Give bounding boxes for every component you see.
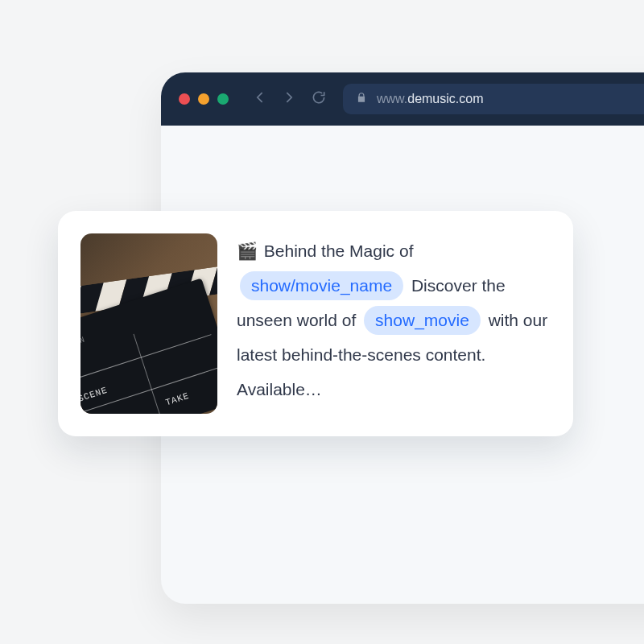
- forward-icon[interactable]: [280, 89, 296, 109]
- clapper-emoji-icon: 🎬: [237, 242, 258, 260]
- text-fragment-1: Behind the Magic of: [264, 242, 414, 260]
- lock-icon: [356, 91, 367, 107]
- nav-buttons: [253, 89, 327, 109]
- close-window-dot[interactable]: [179, 93, 190, 105]
- address-bar[interactable]: www.demusic.com: [343, 84, 644, 114]
- browser-chrome: www.demusic.com: [161, 72, 644, 126]
- url-text: www.demusic.com: [377, 92, 483, 106]
- back-icon[interactable]: [253, 89, 269, 109]
- minimize-window-dot[interactable]: [198, 93, 209, 105]
- maximize-window-dot[interactable]: [217, 93, 229, 105]
- preview-card: CTION SCENE TAKE 🎬 Behind the Magic of s…: [58, 211, 573, 436]
- url-subdomain: www.: [377, 92, 407, 105]
- variable-pill-show-movie[interactable]: show_movie: [364, 306, 481, 335]
- url-host: demusic.com: [407, 92, 483, 105]
- card-thumbnail: CTION SCENE TAKE: [80, 233, 217, 414]
- refresh-icon[interactable]: [311, 89, 327, 109]
- card-text: 🎬 Behind the Magic of show/movie_name Di…: [237, 233, 551, 414]
- window-traffic-lights: [179, 93, 229, 105]
- variable-pill-show-movie-name[interactable]: show/movie_name: [240, 271, 403, 300]
